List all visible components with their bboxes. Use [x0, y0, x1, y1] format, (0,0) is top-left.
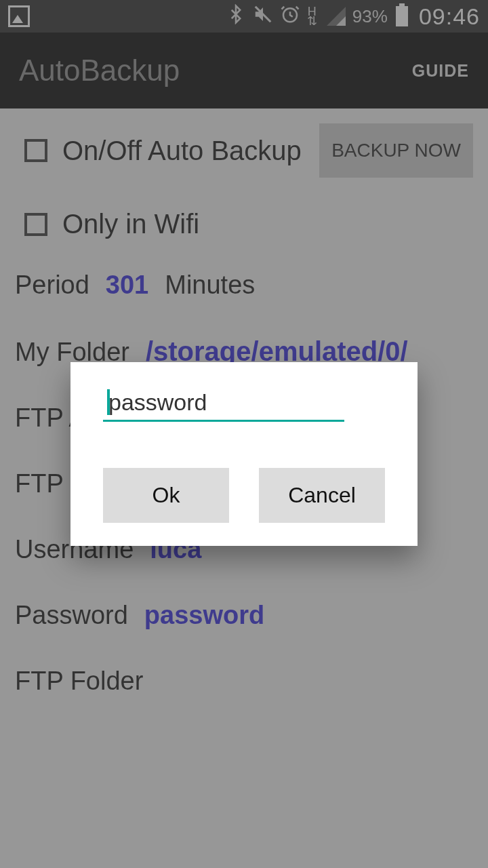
modal-scrim[interactable]: Ok Cancel — [0, 0, 488, 868]
text-cursor — [107, 389, 110, 415]
password-input[interactable] — [103, 388, 344, 422]
password-dialog: Ok Cancel — [70, 362, 418, 546]
cancel-button[interactable]: Cancel — [259, 468, 385, 523]
ok-button[interactable]: Ok — [103, 468, 229, 523]
